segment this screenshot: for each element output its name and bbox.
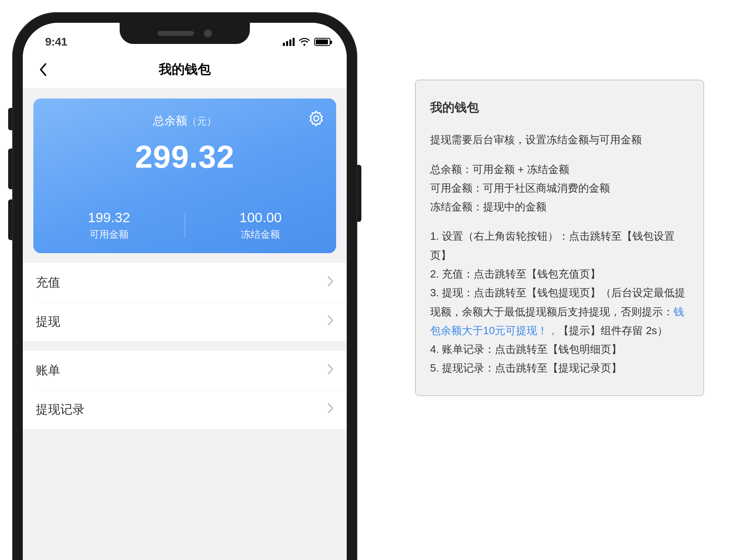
wifi-icon xyxy=(299,37,310,46)
available-balance-value: 199.32 xyxy=(33,210,185,225)
menu-group-1: 充值 提现 xyxy=(23,263,347,341)
annotation-steps: 1. 设置（右上角齿轮按钮）：点击跳转至【钱包设置页】 2. 充值：点击跳转至【… xyxy=(430,227,689,377)
available-balance-label: 可用金额 xyxy=(33,228,185,241)
chevron-right-icon xyxy=(327,315,334,329)
annotation-def-total: 总余额：可用金额 + 冻结金额 xyxy=(430,163,569,175)
annotation-step-2: 2. 充值：点击跳转至【钱包充值页】 xyxy=(430,268,601,280)
balance-total-amount: 299.32 xyxy=(33,138,336,175)
canvas: 9:41 xyxy=(0,0,739,560)
notch-speaker xyxy=(157,31,194,36)
battery-icon xyxy=(314,38,330,46)
menu-item-label: 提现 xyxy=(36,313,60,330)
frozen-balance: 100.00 冻结金额 xyxy=(185,210,337,241)
chevron-right-icon xyxy=(327,363,334,378)
annotation-card: 我的钱包 提现需要后台审核，设置冻结金额与可用金额 总余额：可用金额 + 冻结金… xyxy=(415,80,704,396)
section-gap xyxy=(23,341,347,351)
page-title: 我的钱包 xyxy=(159,61,211,79)
frozen-balance-label: 冻结金额 xyxy=(185,228,337,241)
balance-split: 199.32 可用金额 100.00 冻结金额 xyxy=(33,210,336,241)
annotation-def-frozen: 冻结金额：提现中的金额 xyxy=(430,201,547,213)
menu-group-2: 账单 提现记录 xyxy=(23,351,347,429)
chevron-right-icon xyxy=(327,402,334,417)
annotation-step-3b: 【提示】组件存留 2s） xyxy=(558,324,668,337)
gear-icon xyxy=(308,110,325,127)
notch-camera xyxy=(204,29,212,37)
frozen-balance-value: 100.00 xyxy=(185,210,337,225)
phone-frame: 9:41 xyxy=(12,12,357,560)
annotation-def-available: 可用金额：可用于社区商城消费的金额 xyxy=(430,182,610,194)
annotation-intro: 提现需要后台审核，设置冻结金额与可用金额 xyxy=(430,130,689,149)
content-area: 总余额（元） 299.32 199.32 可用金额 100.00 冻结金额 xyxy=(23,88,347,560)
balance-unit: （元） xyxy=(187,116,216,127)
back-button[interactable] xyxy=(35,61,51,78)
balance-label-text: 总余额 xyxy=(153,114,187,127)
phone-screen: 9:41 xyxy=(23,23,347,560)
menu-item-withdraw-history[interactable]: 提现记录 xyxy=(23,390,347,429)
annotation-definitions: 总余额：可用金额 + 冻结金额 可用金额：可用于社区商城消费的金额 冻结金额：提… xyxy=(430,160,689,217)
menu-item-label: 充值 xyxy=(36,274,60,291)
wallet-settings-button[interactable] xyxy=(308,110,325,127)
chevron-right-icon xyxy=(327,276,334,290)
cellular-signal-icon xyxy=(283,38,295,46)
annotation-step-1: 1. 设置（右上角齿轮按钮）：点击跳转至【钱包设置页】 xyxy=(430,230,675,261)
menu-item-label: 提现记录 xyxy=(36,401,85,418)
chevron-left-icon xyxy=(39,63,47,77)
menu-item-label: 账单 xyxy=(36,362,60,379)
balance-title: 总余额（元） xyxy=(33,113,336,129)
phone-notch xyxy=(120,23,250,44)
menu-item-withdraw[interactable]: 提现 xyxy=(23,302,347,341)
status-right xyxy=(283,37,330,46)
annotation-step-4: 4. 账单记录：点击跳转至【钱包明细页】 xyxy=(430,343,622,355)
section-gap xyxy=(23,253,347,263)
menu-item-bill[interactable]: 账单 xyxy=(23,351,347,390)
annotation-step-3a: 3. 提现：点击跳转至【钱包提现页】（后台设定最低提现额，余额大于最低提现额后支… xyxy=(430,287,685,317)
annotation-step-5: 5. 提现记录：点击跳转至【提现记录页】 xyxy=(430,362,622,374)
status-time: 9:41 xyxy=(45,35,67,48)
annotation-title: 我的钱包 xyxy=(430,96,689,118)
available-balance: 199.32 可用金额 xyxy=(33,210,185,241)
svg-point-0 xyxy=(314,116,319,121)
menu-item-recharge[interactable]: 充值 xyxy=(23,263,347,302)
nav-bar: 我的钱包 xyxy=(23,51,347,88)
balance-card: 总余额（元） 299.32 199.32 可用金额 100.00 冻结金额 xyxy=(33,98,336,253)
